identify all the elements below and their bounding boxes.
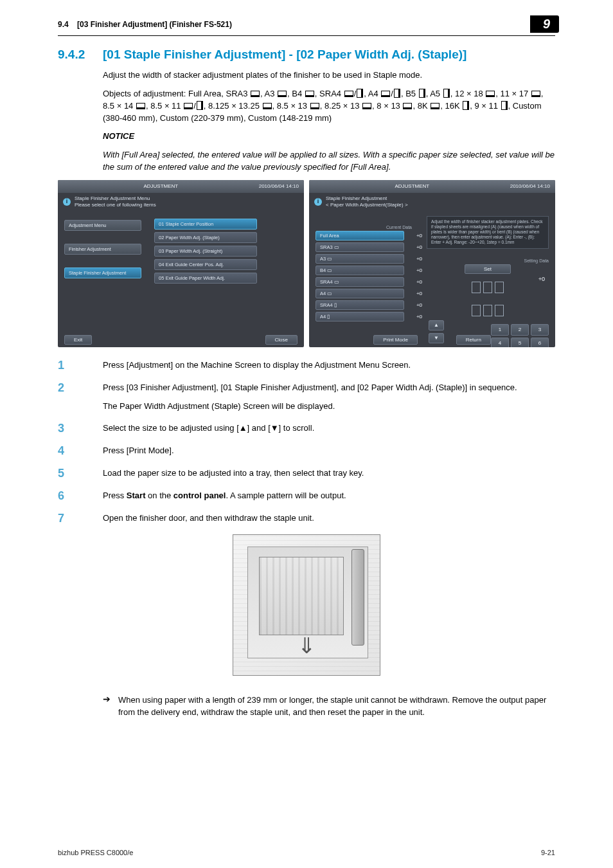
info-icon: i [314,198,322,206]
landscape-icon [531,91,540,97]
size-value: +0 [404,267,425,273]
size-value: +0 [404,302,425,308]
size-item[interactable]: A4 ▯ [315,312,404,321]
portrait-icon [357,89,363,98]
shot-timestamp: 2010/06/04 14:10 [259,183,299,189]
step-item: 2 Press [03 Finisher Adjustment], [01 St… [58,381,555,413]
subsection-heading: 9.4.2 [01 Staple Finisher Adjustment] - … [58,48,555,62]
option-item[interactable]: 02 Paper Width Adj. (Staple) [154,232,257,243]
info-icon: i [63,198,71,206]
landscape-icon [381,91,390,97]
size-item[interactable]: SRA4 ▯ [315,300,404,310]
size-list: Current Data Full Area+0 SRA3 ▭+0 A3 ▭+0… [315,225,425,323]
portrait-icon [463,101,469,110]
step-number: 4 [58,444,103,458]
option-item[interactable]: 05 Exit Guide Paper Width Adj. [154,273,257,284]
option-item[interactable]: 03 Paper Width Adj. (Straight) [154,246,257,257]
step-item: 4 Press [Print Mode]. [58,444,555,458]
landscape-icon [251,91,260,97]
step-text: Load the paper size to be adjusted into … [103,467,555,480]
breadcrumb-item-active[interactable]: Staple Finisher Adjustment [64,267,141,278]
step-text: Press [Print Mode]. [103,444,555,457]
step-text: The Paper Width Adjustment (Staple) Scre… [103,400,555,413]
portrait-icon [501,101,508,110]
landscape-icon [278,91,287,97]
screenshot-row: ADJUSTMENT 2010/06/04 14:10 i Staple Fin… [58,180,555,347]
step-number: 5 [58,467,103,480]
chapter-badge: 9 [530,15,559,33]
size-item-selected[interactable]: Full Area [315,231,404,240]
size-list-header: Current Data [315,225,425,230]
size-item[interactable]: SRA3 ▭ [315,242,404,252]
step-text: Press Start on the control panel. A samp… [103,489,555,502]
landscape-icon [136,103,145,109]
keypad-key[interactable]: 1 [491,324,509,336]
close-button[interactable]: Close [265,335,298,345]
setting-value: +0 [538,276,545,282]
size-value: +0 [404,256,425,262]
size-value: +0 [404,233,425,239]
step-item: 3 Select the size to be adjusted using [… [58,422,555,435]
step-number: 3 [58,422,103,435]
page-header: 9.4 [03 Finisher Adjustment] (Finisher F… [58,15,555,36]
set-button[interactable]: Set [465,264,511,274]
landscape-icon [362,103,371,109]
substep-block: ➔ When using paper with a length of 239 … [58,694,555,719]
shot-titlebar: ADJUSTMENT 2010/06/04 14:10 [58,180,304,193]
header-section: 9.4 [03 Finisher Adjustment] (Finisher F… [58,20,530,29]
size-item[interactable]: A3 ▭ [315,254,404,264]
option-column: 01 Staple Center Position 02 Paper Width… [154,219,257,284]
screenshot-left: ADJUSTMENT 2010/06/04 14:10 i Staple Fin… [58,180,304,347]
bold-term: control panel [173,491,226,500]
size-item[interactable]: B4 ▭ [315,266,404,275]
step-text: Select the size to be adjusted using [▲]… [103,422,555,435]
option-item[interactable]: 01 Staple Center Position [154,219,257,230]
screenshot-right: ADJUSTMENT 2010/06/04 14:10 i Staple Fin… [309,180,555,347]
substep-text: When using paper with a length of 239 mm… [118,694,555,719]
portrait-icon [443,89,450,98]
exit-button[interactable]: Exit [64,335,92,345]
shot-sub-line2: Please select one of following items [75,202,156,208]
shot-timestamp: 2010/06/04 14:10 [510,183,550,189]
info-text-box: Adjust the width of finisher stacker adj… [427,216,549,249]
landscape-icon [310,103,319,109]
landscape-icon [305,91,314,97]
landscape-icon [184,103,193,109]
size-item[interactable]: SRA4 ▭ [315,277,404,287]
notice-body: With [Full Area] selected, the entered v… [103,149,555,174]
intro-p2: Objects of adjustment: Full Area, SRA3 ,… [103,88,555,125]
size-value: +0 [404,314,425,320]
step-item: 5 Load the paper size to be adjusted int… [58,467,555,480]
option-item[interactable]: 04 Exit Guide Center Pos. Adj. [154,259,257,270]
step-number: 7 [58,512,103,525]
shot-sub-line1: Staple Finisher Adjustment Menu [75,195,150,201]
size-value: +0 [404,291,425,296]
return-button[interactable]: Return [456,335,491,345]
subsection-title: [01 Staple Finisher Adjustment] - [02 Pa… [103,48,466,62]
step-item: 6 Press Start on the control panel. A sa… [58,489,555,503]
breadcrumb-item[interactable]: Adjustment Menu [64,220,141,231]
notice-title: NOTICE [103,131,555,143]
keypad-key[interactable]: 2 [511,324,529,336]
page-footer: bizhub PRESS C8000/e 9-21 [58,849,555,856]
shot-subtitle: i Staple Finisher Adjustment < Paper Wid… [309,193,555,210]
intro-p1: Adjust the width of stacker adjustment p… [103,69,555,82]
arrow-bullet: ➔ [103,694,118,719]
keypad-key[interactable]: 3 [531,324,549,336]
print-mode-button[interactable]: Print Mode [373,335,418,345]
breadcrumb-item[interactable]: Finisher Adjustment [64,244,141,255]
bold-term: Start [127,491,146,500]
staple-unit-illustration: ⇓ [233,534,380,676]
step-text: Press [03 Finisher Adjustment], [01 Stap… [103,381,555,394]
step-number: 1 [58,359,103,372]
landscape-icon [486,91,495,97]
step-text: Open the finisher door, and then withdra… [103,512,555,525]
setting-box: Setting Data Set +0 1 2 3 4 5 6 7 [427,258,549,347]
landscape-icon [344,91,353,97]
header-section-title: [03 Finisher Adjustment] (Finisher FS-52… [77,20,232,29]
landscape-icon [263,103,272,109]
size-value: +0 [404,279,425,285]
shot-titlebar: ADJUSTMENT 2010/06/04 14:10 [309,180,555,193]
shot-subtitle: i Staple Finisher Adjustment Menu Please… [58,193,304,210]
size-item[interactable]: A4 ▭ [315,289,404,298]
